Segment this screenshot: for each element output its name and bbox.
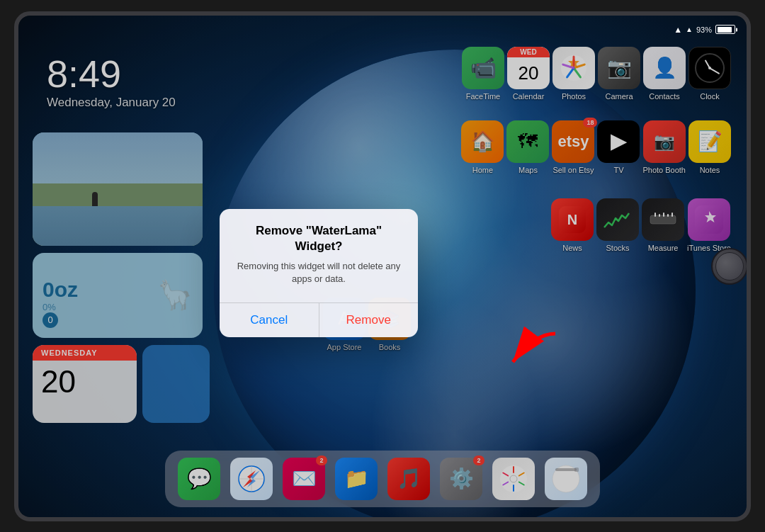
status-bar: ▲ ▲ 93% [18, 21, 747, 38]
home-button-inner [715, 252, 744, 281]
dialog-buttons: Cancel Remove [220, 303, 418, 337]
cellular-icon: ▲ [686, 26, 693, 33]
home-button[interactable] [711, 248, 748, 285]
wifi-icon: ▲ [674, 25, 682, 35]
battery-fill [718, 27, 732, 33]
dialog-title: Remove "WaterLama" Widget? [232, 223, 405, 254]
remove-widget-dialog: Remove "WaterLama" Widget? Removing this… [220, 209, 418, 338]
battery-percentage: 93% [696, 26, 712, 34]
ipad-screen: ▲ ▲ 93% 8:49 Wednesday, January 20 📹 Fac… [18, 16, 747, 517]
dialog-cancel-button[interactable]: Cancel [220, 303, 319, 337]
status-icons: ▲ ▲ 93% [674, 25, 735, 35]
dialog-content: Remove "WaterLama" Widget? Removing this… [220, 209, 418, 292]
dialog-overlay: Remove "WaterLama" Widget? Removing this… [18, 16, 747, 517]
ipad-frame: ▲ ▲ 93% 8:49 Wednesday, January 20 📹 Fac… [14, 11, 751, 521]
dialog-message: Removing this widget will not delete any… [232, 260, 405, 285]
battery-icon [715, 25, 735, 34]
dialog-remove-button[interactable]: Remove [319, 303, 419, 337]
red-arrow [492, 327, 562, 379]
